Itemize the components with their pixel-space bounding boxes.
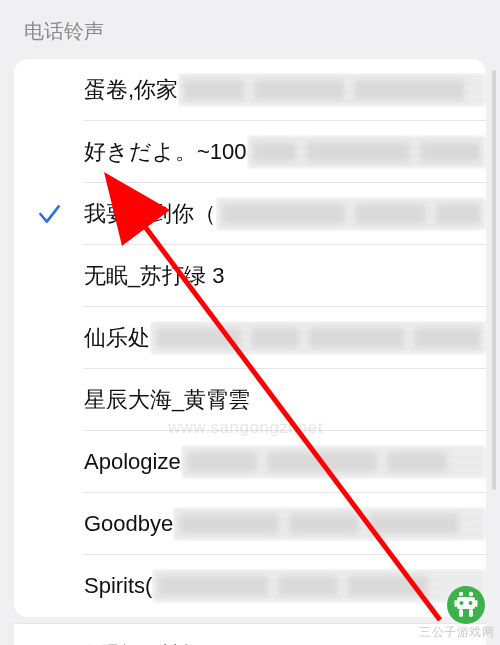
svg-rect-10	[459, 609, 463, 617]
checkmark-icon	[36, 201, 62, 227]
ringtone-label: Spirits(	[84, 573, 152, 599]
default-ringtone-label: 倒影（默认）	[84, 640, 216, 646]
svg-point-6	[460, 601, 464, 605]
censored-text	[181, 445, 486, 479]
censored-text	[178, 73, 486, 107]
ringtone-row[interactable]: Spirits(	[14, 555, 486, 617]
section-header: 电话铃声	[0, 0, 500, 59]
ringtone-label: 我要找到你（	[84, 199, 216, 229]
ringtone-row[interactable]: 好きだよ。~100	[14, 121, 486, 183]
svg-rect-8	[455, 600, 457, 607]
svg-rect-9	[475, 600, 477, 607]
section-title: 电话铃声	[24, 20, 104, 42]
svg-point-7	[469, 601, 473, 605]
ringtone-row[interactable]: 仙乐处	[14, 307, 486, 369]
ringtone-row[interactable]: 星辰大海_黄霄雲	[14, 369, 486, 431]
svg-rect-11	[469, 609, 473, 617]
ringtone-row[interactable]: 我要找到你（	[14, 183, 486, 245]
scroll-indicator	[492, 70, 496, 490]
ringtone-row[interactable]: 无眠_苏打绿 3	[14, 245, 486, 307]
checkmark-column	[14, 201, 84, 227]
ringtone-label: 星辰大海_黄霄雲	[84, 385, 250, 415]
ringtone-label: Goodbye	[84, 511, 173, 537]
ringtone-label: Apologize	[84, 449, 181, 475]
ringtone-row[interactable]: Apologize	[14, 431, 486, 493]
svg-point-4	[459, 592, 463, 596]
site-badge-icon	[446, 585, 486, 625]
ringtone-list-card: 蛋卷,你家好きだよ。~100我要找到你（无眠_苏打绿 3仙乐处星辰大海_黄霄雲A…	[14, 59, 486, 617]
ringtone-label: 无眠_苏打绿 3	[84, 261, 225, 291]
ringtone-row[interactable]: 蛋卷,你家	[14, 59, 486, 121]
censored-text	[150, 321, 486, 355]
censored-text	[216, 197, 486, 231]
ringtone-label: 蛋卷,你家	[84, 75, 178, 105]
censored-text	[247, 135, 486, 169]
ringtone-row[interactable]: Goodbye	[14, 493, 486, 555]
ringtone-label: 仙乐处	[84, 323, 150, 353]
default-ringtone-row[interactable]: 倒影（默认）	[14, 623, 486, 645]
censored-text	[152, 569, 486, 603]
ringtone-label: 好きだよ。~100	[84, 137, 247, 167]
svg-point-5	[469, 592, 473, 596]
ringtone-list: 蛋卷,你家好きだよ。~100我要找到你（无眠_苏打绿 3仙乐处星辰大海_黄霄雲A…	[14, 59, 486, 617]
censored-text	[173, 507, 486, 541]
